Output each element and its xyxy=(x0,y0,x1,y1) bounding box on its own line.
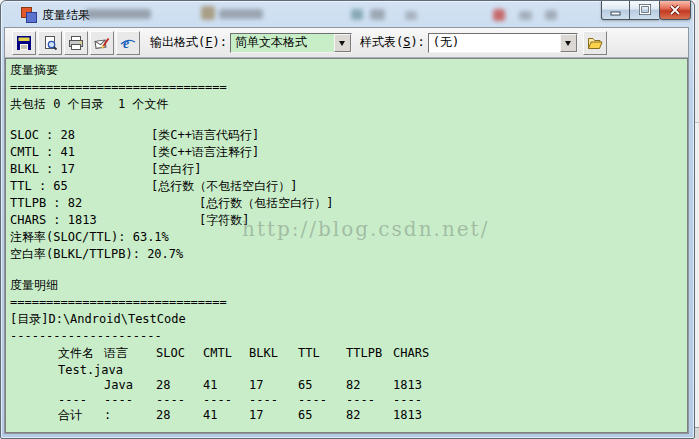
browser-view-button[interactable]: e xyxy=(116,31,140,55)
stylesheet-value: (无) xyxy=(429,34,560,51)
background-window-artifact-red xyxy=(493,9,505,21)
print-preview-icon xyxy=(42,35,58,51)
background-window-artifact xyxy=(545,10,557,20)
background-window-edge xyxy=(695,0,699,439)
print-icon xyxy=(68,35,84,51)
window-form-icon xyxy=(20,6,36,22)
caption-button-group xyxy=(601,1,691,20)
maximize-button[interactable] xyxy=(630,1,659,20)
table-header-row: 文件名 语言 SLOC CMTL BLKL TTL TTLPB CHARS xyxy=(6,346,687,363)
toolbar: e 输出格式(F): 简单文本格式 样式表(S): (无) xyxy=(5,28,688,58)
svg-text:e: e xyxy=(123,36,129,51)
metric-line-ttlpb: TTLPB : 82[总行数（包括空白行）] xyxy=(6,196,687,213)
stylesheet-label: 样式表(S): xyxy=(360,34,425,51)
table-value-row: Java 28 41 17 65 82 1813 xyxy=(6,378,687,393)
metric-line-sloc: SLOC : 28[类C++语言代码行] xyxy=(6,128,687,145)
blank-line xyxy=(6,264,687,278)
stylesheet-combobox[interactable]: (无) xyxy=(428,33,578,53)
output-format-combobox[interactable]: 简单文本格式 xyxy=(230,33,352,53)
directory-dashes: --------------------- xyxy=(6,329,687,346)
maximize-icon xyxy=(637,2,653,18)
metrics-result-window: 度量结果 xyxy=(0,0,695,439)
table-dash-row: ---- ---- ---- ---- ---- ---- ---- ---- xyxy=(6,393,687,408)
output-format-label: 输出格式(F): xyxy=(150,34,227,51)
open-stylesheet-button[interactable] xyxy=(583,31,607,55)
minimize-button[interactable] xyxy=(601,1,630,20)
table-total-row: 合计 : 28 41 17 65 82 1813 xyxy=(6,408,687,423)
table-filename-row: Test.java xyxy=(6,363,687,378)
print-button[interactable] xyxy=(64,31,88,55)
summary-separator: ============================== xyxy=(6,80,687,97)
chevron-down-icon xyxy=(339,41,345,49)
metric-line-ttl: TTL : 65[总行数（不包括空白行）] xyxy=(6,179,687,196)
output-format-value: 简单文本格式 xyxy=(231,34,334,51)
background-window-artifact xyxy=(370,9,385,20)
save-icon xyxy=(16,35,32,51)
background-window-artifact xyxy=(85,9,151,19)
summary-title: 度量摘要 xyxy=(6,63,687,80)
background-window-edge-bottom xyxy=(695,427,699,439)
output-format-dropdown-arrow[interactable] xyxy=(334,34,351,52)
window-title: 度量结果 xyxy=(42,7,90,24)
folder-open-icon xyxy=(587,35,603,51)
background-window-edge-top xyxy=(695,0,699,123)
send-mail-button[interactable] xyxy=(90,31,114,55)
background-window-artifact xyxy=(201,6,215,20)
send-mail-icon xyxy=(94,35,110,51)
close-icon xyxy=(667,2,683,18)
background-window-artifact xyxy=(219,9,263,19)
csdn-watermark: http://blog.csdn.net/ xyxy=(242,217,489,241)
directory-line: [目录]D:\Android\TestCode xyxy=(6,312,687,329)
blank-ratio-line: 空白率(BLKL/TTLPB): 20.7% xyxy=(6,247,687,264)
blank-line xyxy=(6,114,687,128)
background-window-artifact xyxy=(351,9,363,20)
background-window-artifact xyxy=(405,11,417,20)
main-panel: e 输出格式(F): 简单文本格式 样式表(S): (无) xyxy=(4,27,689,434)
close-button[interactable] xyxy=(659,1,691,20)
minimize-icon xyxy=(608,2,624,18)
print-preview-button[interactable] xyxy=(38,31,62,55)
metric-line-blkl: BLKL : 17[空白行] xyxy=(6,162,687,179)
report-view: 度量摘要 ============================== 共包括 … xyxy=(5,58,688,433)
detail-title: 度量明细 xyxy=(6,278,687,295)
chevron-down-icon xyxy=(565,41,571,49)
metric-line-cmtl: CMTL : 41[类C++语言注释行] xyxy=(6,145,687,162)
detail-separator: ============================== xyxy=(6,295,687,312)
save-button[interactable] xyxy=(12,31,36,55)
stylesheet-dropdown-arrow[interactable] xyxy=(560,34,577,52)
titlebar[interactable]: 度量结果 xyxy=(1,1,694,27)
browser-view-icon: e xyxy=(120,35,136,51)
background-window-artifact xyxy=(519,11,532,20)
summary-include-line: 共包括 0 个目录 1 个文件 xyxy=(6,97,687,114)
